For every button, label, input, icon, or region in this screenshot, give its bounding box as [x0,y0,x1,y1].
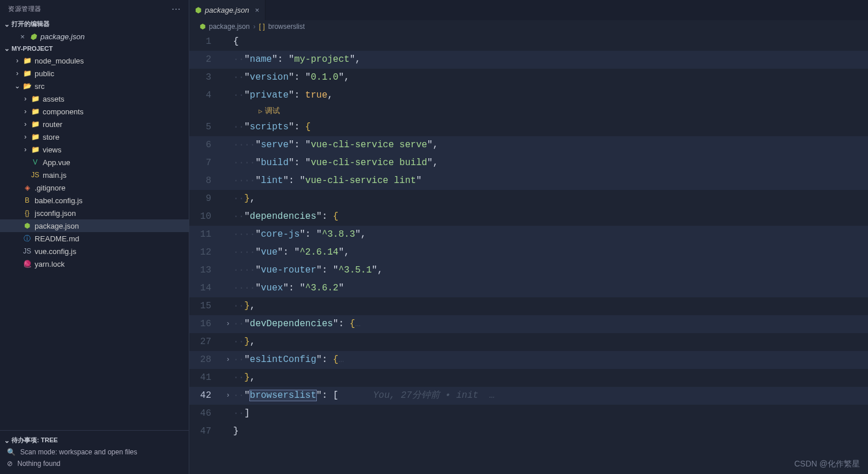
tree-item-label: babel.config.js [35,196,83,205]
open-editors-label: 打开的编辑器 [12,20,50,28]
chevron-right-icon[interactable]: › [21,120,30,128]
tree-item[interactable]: ›📁router [0,118,189,130]
code-line[interactable]: 42›··"browserslist": [You, 27分钟前 • init … [189,387,868,405]
fold-icon[interactable]: › [224,387,232,405]
open-editors-section[interactable]: ⌄ 打开的编辑器 [0,18,189,30]
tree-item-label: vue.config.js [35,247,76,256]
tree-item[interactable]: ⬢package.json [0,219,189,232]
tree-item[interactable]: 🧶yarn.lock [0,257,189,270]
code-content: ····"serve": "vue-cli-service serve", [232,136,438,154]
tree-item[interactable]: JSmain.js [0,169,189,181]
chevron-right-icon[interactable]: › [21,145,30,154]
fold-spacer [224,297,232,315]
line-number: 8 [189,172,224,190]
fold-icon[interactable]: › [224,315,232,333]
codelens-debug[interactable]: ▷调试 [189,104,868,118]
readme-icon: ⓘ [22,234,32,244]
line-number: 11 [189,226,224,244]
tree-item-label: jsconfig.json [35,209,76,218]
chevron-right-icon[interactable]: › [13,69,22,77]
code-line[interactable]: 6····"serve": "vue-cli-service serve", [189,136,868,154]
code-line[interactable]: 9··}, [189,190,868,208]
nothing-found-row[interactable]: ⊘ Nothing found [0,458,189,469]
code-line[interactable]: 11····"core-js": "^3.8.3", [189,226,868,244]
tree-item[interactable]: ⌄📂src [0,80,189,92]
line-number: 46 [189,405,224,423]
code-line[interactable]: 2··"name": "my-project", [189,51,868,69]
code-editor[interactable]: 1{2··"name": "my-project",3··"version": … [189,33,868,474]
code-content: ··"eslintConfig": {… [232,351,344,369]
code-content: ··}, [232,190,255,208]
todo-label: 待办事项: TREE [12,436,58,445]
code-line[interactable]: 46··] [189,405,868,423]
fold-icon[interactable]: › [224,351,232,369]
line-number: 7 [189,154,224,172]
tree-item-label: package.json [35,222,79,230]
code-line[interactable]: 12····"vue": "^2.6.14", [189,244,868,262]
code-line[interactable]: 15··}, [189,297,868,315]
code-line[interactable]: 41··}, [189,369,868,387]
tree-item[interactable]: ›📁store [0,130,189,143]
fold-spacer [224,262,232,279]
close-icon[interactable]: × [255,6,260,14]
tab-bar: ⬢ package.json × [189,0,868,20]
tree-item[interactable]: Bbabel.config.js [0,194,189,207]
tab-package-json[interactable]: ⬢ package.json × [189,0,265,20]
project-section[interactable]: ⌄ MY-PROJECT [0,43,189,54]
code-line[interactable]: 13····"vue-router": "^3.5.1", [189,262,868,279]
code-line[interactable]: 14····"vuex": "^3.6.2" [189,279,868,297]
tree-item[interactable]: ›📁assets [0,92,189,105]
line-number: 3 [189,69,224,87]
open-editor-item[interactable]: × ⬢ package.json [0,30,189,43]
folder-open-icon: 📂 [22,82,32,90]
tree-item-label: src [35,82,44,91]
tree-item[interactable]: {}jsconfig.json [0,207,189,219]
chevron-right-icon[interactable]: › [21,107,30,115]
tree-item[interactable]: ›📁node_modules [0,54,189,67]
tree-item[interactable]: JSvue.config.js [0,245,189,257]
line-number: 10 [189,208,224,226]
fold-spacer [224,190,232,208]
code-line[interactable]: 3··"version": "0.1.0", [189,69,868,87]
tree-item[interactable]: VApp.vue [0,156,189,169]
chevron-right-icon[interactable]: › [21,133,30,141]
git-icon: ◈ [22,184,32,192]
todo-section[interactable]: ⌄ 待办事项: TREE [0,434,189,446]
code-line[interactable]: 7····"build": "vue-cli-service build", [189,154,868,172]
chevron-right-icon[interactable]: › [13,57,22,65]
line-number: 42 [189,387,224,405]
play-icon: ▷ [259,104,263,118]
tree-item[interactable]: ⓘREADME.md [0,232,189,245]
code-line[interactable]: 4··"private": true, [189,87,868,104]
tree-item-label: components [43,107,84,116]
tree-item[interactable]: ›📁components [0,105,189,118]
fold-spacer [224,244,232,262]
line-number: 6 [189,136,224,154]
code-line[interactable]: 27··}, [189,333,868,351]
close-icon[interactable]: × [17,32,28,41]
tree-item[interactable]: ›📁views [0,143,189,156]
code-line[interactable]: 10··"dependencies": { [189,208,868,226]
code-line[interactable]: 8····"lint": "vue-cli-service lint" [189,172,868,190]
code-content: ··"name": "my-project", [232,51,361,69]
chevron-right-icon[interactable]: › [21,95,30,103]
code-line[interactable]: 1{ [189,33,868,51]
folder-icon: 📁 [30,95,40,103]
code-content: ··}, [232,297,255,315]
code-line[interactable]: 5··"scripts": { [189,118,868,136]
tree-item[interactable]: ◈.gitignore [0,181,189,194]
tree-item[interactable]: ›📁public [0,67,189,80]
code-line[interactable]: 28›··"eslintConfig": {… [189,351,868,369]
breadcrumb[interactable]: ⬢ package.json › [ ] browserslist [189,20,868,33]
chevron-down-icon[interactable]: ⌄ [13,82,22,90]
code-content: ··] [232,405,250,423]
line-number: 14 [189,279,224,297]
scan-mode-row[interactable]: 🔍 Scan mode: workspace and open files [0,446,189,458]
more-actions-icon[interactable]: ⋯ [171,3,181,14]
code-line[interactable]: 16›··"devDependencies": {… [189,315,868,333]
yarn-icon: 🧶 [22,260,32,268]
code-line[interactable]: 47} [189,423,868,441]
fold-spacer [224,33,232,51]
code-content: ··"devDependencies": {… [232,315,361,333]
code-content: ····"vuex": "^3.6.2" [232,279,344,297]
